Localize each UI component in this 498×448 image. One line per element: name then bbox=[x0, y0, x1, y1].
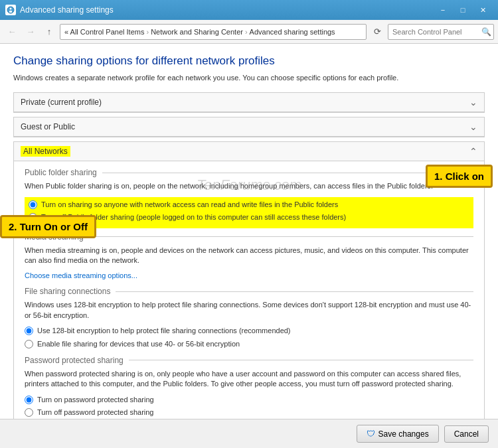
file-sharing-title: File sharing connections bbox=[25, 287, 473, 296]
window-title: Advanced sharing settings bbox=[20, 5, 433, 15]
search-button[interactable]: 🔍 bbox=[481, 27, 491, 37]
save-changes-button[interactable]: 🛡 Save changes bbox=[357, 425, 439, 443]
ps-off-label: Turn off password protected sharing bbox=[37, 408, 153, 417]
ps-off-option: Turn off password protected sharing bbox=[25, 408, 473, 417]
svg-point-1 bbox=[10, 8, 12, 10]
minimize-button[interactable]: − bbox=[433, 3, 453, 17]
cancel-button[interactable]: Cancel bbox=[444, 425, 489, 443]
address-mid: Network and Sharing Center bbox=[151, 28, 243, 36]
private-chevron-icon: ⌄ bbox=[469, 97, 477, 108]
private-profile-header[interactable]: Private (current profile) ⌄ bbox=[14, 93, 484, 112]
password-sharing-desc: When password protected sharing is on, o… bbox=[25, 369, 473, 390]
all-networks-header[interactable]: All Networks ⌃ bbox=[14, 142, 484, 161]
public-folder-desc: When Public folder sharing is on, people… bbox=[25, 181, 473, 191]
close-button[interactable]: ✕ bbox=[473, 3, 493, 17]
pf-on-radio[interactable] bbox=[29, 200, 37, 209]
fs-40-label: Enable file sharing for devices that use… bbox=[37, 339, 240, 349]
bottom-bar: 🛡 Save changes Cancel bbox=[0, 419, 498, 448]
fs-40-radio[interactable] bbox=[25, 340, 33, 348]
guest-profile-section: Guest or Public ⌄ bbox=[13, 117, 485, 137]
maximize-button[interactable]: □ bbox=[453, 3, 473, 17]
address-path: « All Control Panel Items › Network and … bbox=[60, 24, 367, 40]
up-button[interactable]: ↑ bbox=[41, 24, 57, 40]
svg-rect-2 bbox=[9, 11, 12, 13]
fs-40-option: Enable file sharing for devices that use… bbox=[25, 339, 473, 349]
public-folder-title: Public folder sharing bbox=[25, 168, 473, 177]
page-description: Windows creates a separate network profi… bbox=[13, 73, 485, 83]
all-networks-content: Public folder sharing When Public folder… bbox=[14, 161, 484, 419]
all-networks-section: All Networks ⌃ Public folder sharing Whe… bbox=[13, 141, 485, 419]
refresh-button[interactable]: ⟳ bbox=[369, 24, 385, 40]
guest-profile-header[interactable]: Guest or Public ⌄ bbox=[14, 117, 484, 137]
pf-on-label: Turn on sharing so anyone with network a… bbox=[41, 200, 338, 210]
all-networks-label: All Networks bbox=[21, 146, 70, 157]
pf-on-option: Turn on sharing so anyone with network a… bbox=[29, 200, 469, 210]
fs-128-radio[interactable] bbox=[25, 327, 33, 335]
all-networks-chevron-icon: ⌃ bbox=[469, 146, 477, 157]
media-streaming-link[interactable]: Choose media streaming options... bbox=[25, 271, 137, 279]
password-sharing-title: Password protected sharing bbox=[25, 356, 473, 365]
search-input[interactable] bbox=[388, 24, 494, 40]
sep2: › bbox=[245, 28, 248, 36]
window-icon bbox=[5, 5, 16, 15]
back-button[interactable]: ← bbox=[4, 24, 20, 40]
window-controls: − □ ✕ bbox=[433, 3, 493, 17]
fs-128-label: Use 128-bit encryption to help protect f… bbox=[37, 326, 291, 336]
ps-on-radio[interactable] bbox=[25, 396, 33, 404]
content-area: TenForums.com Change sharing options for… bbox=[0, 44, 498, 419]
private-profile-section: Private (current profile) ⌄ bbox=[13, 92, 485, 113]
ps-on-label: Turn on password protected sharing bbox=[37, 395, 154, 405]
titlebar: Advanced sharing settings − □ ✕ bbox=[0, 0, 498, 20]
guest-chevron-icon: ⌄ bbox=[469, 121, 477, 132]
address-end: Advanced sharing settings bbox=[250, 28, 335, 36]
main-window: TenForums.com Change sharing options for… bbox=[0, 44, 498, 448]
address-bar: ← → ↑ « All Control Panel Items › Networ… bbox=[0, 20, 498, 44]
media-streaming-desc: When media streaming is on, people and d… bbox=[25, 246, 473, 266]
callout-click-on: 1. Click on bbox=[426, 165, 493, 188]
fs-128-option: Use 128-bit encryption to help protect f… bbox=[25, 326, 473, 336]
page-title: Change sharing options for different net… bbox=[13, 54, 485, 68]
ps-on-option: Turn on password protected sharing bbox=[25, 395, 473, 405]
guest-profile-label: Guest or Public bbox=[21, 122, 75, 131]
file-sharing-desc: Windows uses 128-bit encryption to help … bbox=[25, 300, 473, 321]
callout-turn-on-off: 2. Turn On or Off bbox=[0, 215, 96, 238]
ps-off-radio[interactable] bbox=[25, 408, 33, 417]
sep1: › bbox=[146, 28, 149, 36]
search-area: 🔍 bbox=[388, 24, 494, 40]
forward-button[interactable]: → bbox=[23, 24, 39, 40]
save-label: Save changes bbox=[378, 429, 429, 439]
shield-icon: 🛡 bbox=[367, 429, 375, 439]
private-profile-label: Private (current profile) bbox=[21, 98, 102, 107]
address-root: « All Control Panel Items bbox=[64, 28, 144, 36]
